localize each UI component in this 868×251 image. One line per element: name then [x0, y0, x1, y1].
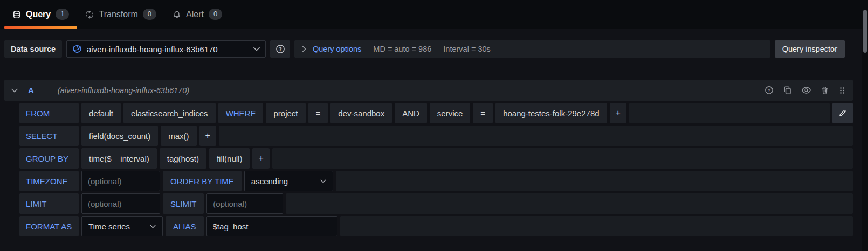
select-row-filler: [219, 126, 853, 146]
add-where-condition-button[interactable]: +: [610, 103, 626, 123]
format-as-row: FORMAT AS Time series ALIAS: [19, 216, 853, 236]
right-gutter: [862, 29, 868, 251]
where-tag2-value-segment[interactable]: hoang-testes-folk-29e278d: [495, 103, 607, 123]
query-options-bar[interactable]: Query options MD = auto = 986 Interval =…: [294, 40, 770, 58]
tab-alert[interactable]: Alert 0: [164, 0, 230, 29]
query-row-a: A (aiven-influxdb-hoang-influx-63b6170) …: [4, 80, 853, 236]
query-header-actions: ?: [764, 86, 846, 95]
interval-summary: Interval = 30s: [443, 45, 490, 53]
group-by-fill-segment[interactable]: fill(null): [209, 148, 250, 169]
datasource-help-button[interactable]: ?: [270, 40, 290, 58]
group-by-row-filler: [272, 148, 853, 169]
alias-keyword: ALIAS: [166, 216, 204, 236]
timezone-keyword: TIMEZONE: [19, 171, 79, 191]
select-row: SELECT field(docs_count) max() +: [19, 126, 853, 146]
select-field-segment[interactable]: field(docs_count): [81, 126, 158, 146]
from-row-filler: [629, 103, 830, 123]
svg-text:?: ?: [279, 46, 282, 52]
query-datasource-hint: (aiven-influxdb-hoang-influx-63b6170): [58, 86, 189, 95]
toggle-text-edit-mode-button[interactable]: [832, 103, 853, 123]
tab-transform-count-badge: 0: [143, 9, 156, 19]
max-data-points-summary: MD = auto = 986: [373, 45, 431, 53]
query-toolbar: Data source aiven-influxdb-hoang-influx-…: [4, 40, 845, 58]
limit-row-filler: [286, 193, 853, 214]
toggle-visibility-eye-icon[interactable]: [801, 86, 811, 94]
from-keyword: FROM: [19, 103, 79, 123]
vertical-scrollbar-thumb[interactable]: [863, 10, 867, 53]
query-options-label: Query options: [313, 45, 361, 53]
group-by-keyword: GROUP BY: [19, 148, 79, 169]
add-select-part-button[interactable]: +: [199, 126, 216, 146]
where-tag2-key-segment[interactable]: service: [430, 103, 471, 123]
limit-keyword: LIMIT: [19, 193, 79, 214]
add-group-by-part-button[interactable]: +: [252, 148, 269, 169]
query-help-icon[interactable]: ?: [764, 86, 774, 95]
pencil-icon: [838, 109, 847, 117]
group-by-tag-segment[interactable]: tag(host): [160, 148, 206, 169]
order-by-time-value: ascending: [251, 177, 288, 186]
where-condition-segment[interactable]: AND: [395, 103, 427, 123]
chevron-down-icon: [253, 47, 260, 51]
limit-row: LIMIT SLIMIT: [19, 193, 853, 214]
group-by-time-segment[interactable]: time($__interval): [81, 148, 157, 169]
influxql-editor: FROM default elasticsearch_indices WHERE…: [19, 103, 853, 236]
retention-policy-segment[interactable]: default: [81, 103, 121, 123]
tab-query-label: Query: [26, 10, 51, 19]
influxdb-logo-icon: [72, 44, 82, 54]
where-tag1-key-segment[interactable]: project: [266, 103, 305, 123]
format-row-filler: [340, 216, 853, 236]
tab-alert-count-badge: 0: [209, 9, 222, 19]
where-tag1-operator-segment[interactable]: =: [308, 103, 328, 123]
timezone-input[interactable]: [81, 171, 160, 191]
format-as-value: Time series: [88, 222, 130, 231]
chevron-down-icon: [320, 179, 326, 183]
format-as-keyword: FORMAT AS: [19, 216, 79, 236]
where-keyword: WHERE: [218, 103, 264, 123]
delete-query-trash-icon[interactable]: [821, 86, 829, 95]
drag-handle-icon[interactable]: [838, 86, 846, 95]
select-keyword: SELECT: [19, 126, 79, 146]
query-options-toggle[interactable]: Query options: [302, 45, 361, 53]
from-row: FROM default elasticsearch_indices WHERE…: [19, 103, 853, 123]
tab-transform[interactable]: Transform 0: [77, 0, 164, 29]
collapse-chevron-icon[interactable]: [11, 88, 18, 93]
query-inspector-button[interactable]: Query inspector: [775, 40, 845, 58]
timezone-row: TIMEZONE ORDER BY TIME ascending: [19, 171, 853, 191]
datasource-name: aiven-influxdb-hoang-influx-63b6170: [87, 45, 218, 54]
datasource-label: Data source: [4, 40, 62, 58]
svg-text:?: ?: [768, 88, 771, 93]
database-icon: [12, 10, 21, 19]
tab-alert-label: Alert: [186, 10, 204, 19]
timezone-row-filler: [336, 171, 853, 191]
slimit-input[interactable]: [206, 193, 283, 214]
where-tag1-value-segment[interactable]: dev-sandbox: [330, 103, 392, 123]
where-tag2-operator-segment[interactable]: =: [473, 103, 493, 123]
editor-tab-bar: Query 1 Transform 0 Alert 0: [0, 0, 868, 29]
format-as-select[interactable]: Time series: [81, 216, 163, 236]
chevron-down-icon: [150, 225, 156, 228]
slimit-keyword: SLIMIT: [163, 193, 204, 214]
chevron-right-icon: [302, 46, 306, 52]
tab-query[interactable]: Query 1: [4, 0, 77, 29]
order-by-time-select[interactable]: ascending: [244, 171, 333, 191]
limit-input[interactable]: [81, 193, 160, 214]
measurement-segment[interactable]: elasticsearch_indices: [123, 103, 216, 123]
duplicate-query-icon[interactable]: [783, 86, 792, 95]
alias-input[interactable]: [206, 216, 337, 236]
transform-icon: [85, 10, 94, 19]
tab-transform-label: Transform: [99, 10, 137, 19]
group-by-row: GROUP BY time($__interval) tag(host) fil…: [19, 148, 853, 169]
help-circle-icon: ?: [275, 44, 285, 54]
datasource-picker[interactable]: aiven-influxdb-hoang-influx-63b6170: [66, 40, 266, 58]
query-ref-id: A: [28, 86, 34, 95]
select-aggregation-segment[interactable]: max(): [161, 126, 196, 146]
order-by-time-keyword: ORDER BY TIME: [163, 171, 242, 191]
tab-query-count-badge: 1: [56, 9, 69, 19]
bell-icon: [173, 10, 181, 19]
query-a-header: A (aiven-influxdb-hoang-influx-63b6170) …: [4, 80, 853, 101]
